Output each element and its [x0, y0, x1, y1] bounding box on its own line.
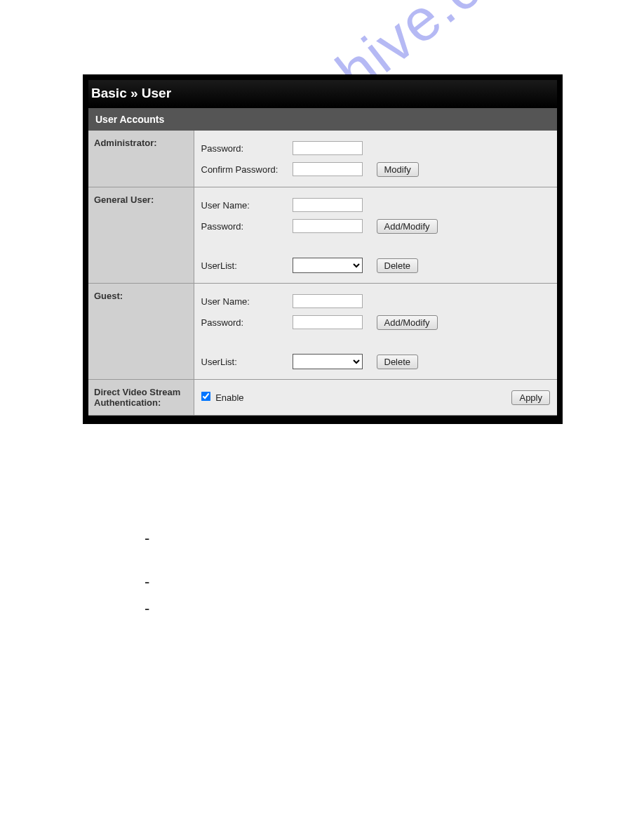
label-dvs-enable: Enable: [215, 392, 243, 403]
label-admin-confirm: Confirm Password:: [201, 164, 293, 175]
section-header: User Accounts: [88, 108, 557, 131]
rowhead-general: General User:: [88, 187, 194, 284]
general-userlist-select[interactable]: [293, 258, 363, 273]
label-guest-password: Password:: [201, 317, 293, 328]
panel-title: Basic » User: [88, 80, 557, 108]
guest-userlist-select[interactable]: [293, 354, 363, 369]
general-password-input[interactable]: [293, 219, 363, 233]
general-delete-button[interactable]: Delete: [377, 258, 419, 273]
dvs-apply-button[interactable]: Apply: [511, 390, 550, 405]
admin-password-input[interactable]: [293, 141, 363, 155]
dash-mark: -: [145, 574, 149, 590]
dash-mark: -: [145, 601, 149, 616]
rowhead-administrator: Administrator:: [88, 131, 194, 187]
label-admin-password: Password:: [201, 143, 293, 154]
dvs-enable-checkbox[interactable]: [201, 392, 210, 402]
row-general-user: General User: User Name: Password: Add/M…: [88, 187, 557, 284]
guest-password-input[interactable]: [293, 315, 363, 329]
user-accounts-table: Administrator: Password: Confirm Passwor…: [88, 131, 557, 416]
label-general-password: Password:: [201, 221, 293, 232]
guest-delete-button[interactable]: Delete: [377, 355, 419, 369]
rowhead-guest: Guest:: [88, 284, 194, 380]
label-general-userlist: UserList:: [201, 260, 293, 271]
dash-mark: -: [145, 531, 149, 546]
general-addmodify-button[interactable]: Add/Modify: [377, 219, 438, 234]
label-guest-userlist: UserList:: [201, 357, 293, 367]
row-administrator: Administrator: Password: Confirm Passwor…: [88, 131, 557, 187]
row-guest: Guest: User Name: Password: Add/Modify U…: [88, 284, 557, 380]
row-dvs-auth: Direct Video Stream Authentication: Enab…: [88, 380, 557, 416]
guest-username-input[interactable]: [293, 294, 363, 308]
label-guest-username: User Name:: [201, 296, 293, 307]
settings-panel: Basic » User User Accounts Administrator…: [83, 74, 563, 424]
general-username-input[interactable]: [293, 198, 363, 212]
rowhead-dvs: Direct Video Stream Authentication:: [88, 380, 194, 416]
admin-confirm-password-input[interactable]: [293, 162, 363, 176]
label-general-username: User Name:: [201, 200, 293, 211]
admin-modify-button[interactable]: Modify: [377, 162, 419, 177]
guest-addmodify-button[interactable]: Add/Modify: [377, 315, 438, 330]
